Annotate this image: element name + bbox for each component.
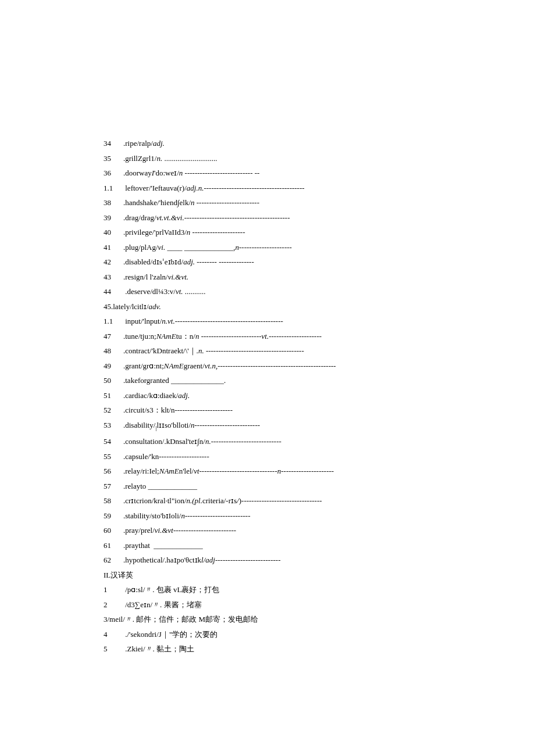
- line-number: 39: [104, 214, 123, 221]
- line-number: 1.1: [104, 317, 123, 325]
- line-number: 58: [104, 497, 123, 504]
- line-content: .hypothetical/.haɪpo'θctɪkl/adj---------…: [123, 556, 281, 564]
- line-21: 54.consultation/.kDnsal'teɪ∫n/n.--------…: [104, 438, 535, 445]
- line-content: .plug/plAg/vi. ____ _____________,n-----…: [123, 243, 292, 251]
- line-24: 57.relayto _____________: [104, 482, 535, 490]
- line-22: 55.capsule/'kn--------------------: [104, 453, 535, 460]
- line-27: 60.pray/prel/vi.&vt---------------------…: [104, 526, 535, 534]
- line-number: 40: [104, 228, 123, 236]
- line-content: .contract/'kDntraekt/\'｜.n. ------------…: [123, 347, 304, 354]
- line-28: 61.praythat _____________: [104, 542, 535, 549]
- line-content: /pɑ:sl/〃. 包裹 vL裹好；打包: [123, 586, 219, 593]
- line-number: 52: [104, 406, 123, 414]
- line-number: 44: [104, 288, 123, 295]
- line-content: input/'lnput/n.vt.----------------------…: [123, 317, 283, 325]
- line-content: .privilege/'prlVaIId3/n ----------------…: [123, 228, 245, 236]
- document-page: 34.ripe/ralp/adj.35.grillZgrl1/n. ......…: [0, 0, 535, 718]
- line-32: 2 /d3∑eɪn/〃. 果酱；堵塞: [104, 601, 535, 608]
- line-content: .tune/tju:n;NAmEtu：n/n -----------------…: [123, 332, 322, 340]
- line-content: .ripe/ralp/adj.: [123, 139, 165, 147]
- line-31: 1 /pɑ:sl/〃. 包裹 vL裹好；打包: [104, 586, 535, 593]
- line-number: 47: [104, 332, 123, 340]
- line-content: .disabled/dɪsˈeɪbɪd/adj. -------- ------…: [123, 258, 254, 266]
- line-content: .relay/ri:Iel;NAmEn'lel/vt--------------…: [123, 467, 334, 475]
- line-30: IL汉译英: [104, 571, 535, 579]
- line-10: 43.resign/l l'zaln/vi.&vt.: [104, 273, 535, 281]
- line-25: 58.crɪtcrion/kral·tl"ion/n.(pl.criteria/…: [104, 497, 535, 504]
- line-number: 55: [104, 453, 123, 460]
- line-34: 4 ./'sekondri/J｜"学的；次要的: [104, 630, 535, 638]
- line-number: 38: [104, 199, 123, 206]
- line-content: .consultation/.kDnsal'teɪ∫n/n.----------…: [123, 438, 281, 445]
- line-content: .capsule/'kn--------------------: [123, 453, 209, 460]
- line-content: .handshake/'hiend∫elk/n ----------------…: [123, 199, 259, 206]
- line-number: 56: [104, 467, 123, 475]
- line-number: 59: [104, 512, 123, 519]
- line-33: 3/meil/〃. 邮件；信件；邮政 M邮寄；发电邮给: [104, 615, 535, 623]
- line-18: 51.cardiac/kɑ:diaek/adj.: [104, 392, 535, 399]
- line-9: 42.disabled/dɪsˈeɪbɪd/adj. -------- ----…: [104, 258, 535, 266]
- line-content: ./'sekondri/J｜"学的；次要的: [123, 630, 217, 638]
- line-3: 36.doorwayI'do:weɪ/n -------------------…: [104, 169, 535, 177]
- line-number: 1.1: [104, 184, 123, 192]
- line-number: 41: [104, 243, 123, 251]
- line-26: 59.stability/sto'bɪIoli/n---------------…: [104, 512, 535, 519]
- line-1: 34.ripe/ralp/adj.: [104, 139, 535, 147]
- line-content: .pray/prel/vi.&vt-----------------------…: [123, 526, 236, 534]
- line-15: 48.contract/'kDntraekt/\'｜.n. ----------…: [104, 347, 535, 354]
- line-23: 56.relay/ri:Iel;NAmEn'lel/vt------------…: [104, 467, 535, 475]
- line-number: 57: [104, 482, 123, 490]
- line-number: 54: [104, 438, 123, 445]
- line-number: 2: [104, 601, 123, 608]
- line-number: 5: [104, 645, 123, 653]
- line-content: .deserve/dl¼3:v/vt. ...........: [123, 288, 206, 295]
- line-content: .takeforgranted ______________.: [123, 377, 226, 384]
- line-number: 35: [104, 155, 123, 162]
- line-content: .grillZgrl1/n. .........................…: [123, 155, 217, 162]
- line-19: 52.circuit/s3：klt/n---------------------…: [104, 406, 535, 414]
- line-content: .praythat _____________: [123, 542, 203, 549]
- line-content: .circuit/s3：klt/n-----------------------: [123, 406, 233, 414]
- line-12: 45.lately/lcitlɪ/adv.: [104, 303, 535, 310]
- line-13: 1.1 input/'lnput/n.vt.------------------…: [104, 317, 535, 325]
- line-number: 43: [104, 273, 123, 281]
- line-5: 38.handshake/'hiend∫elk/n --------------…: [104, 199, 535, 206]
- line-20: 53.disability/|lɪɪso'blloti/n-----------…: [104, 421, 535, 431]
- line-content: .crɪtcrion/kral·tl"ion/n.(pl.criteria/-r…: [123, 497, 322, 504]
- line-number: 51: [104, 392, 123, 399]
- line-content: leftover/'Ieftauva(r)/adj.n.------------…: [123, 184, 305, 192]
- line-number: 62: [104, 556, 123, 564]
- line-16: 49.grant/grɑ:nt;NAmEgraent/vt.n,--------…: [104, 362, 535, 370]
- line-7: 40.privilege/'prlVaIId3/n --------------…: [104, 228, 535, 236]
- line-4: 1.1 leftover/'Ieftauva(r)/adj.n.--------…: [104, 184, 535, 192]
- line-6: 39.drag/drag/vt.vt.&vi.-----------------…: [104, 214, 535, 221]
- line-number: 42: [104, 258, 123, 266]
- line-number: 49: [104, 362, 123, 370]
- line-content: IL汉译英: [104, 571, 133, 579]
- line-content: .resign/l l'zaln/vi.&vt.: [123, 273, 188, 281]
- line-14: 47.tune/tju:n;NAmEtu：n/n ---------------…: [104, 332, 535, 340]
- line-content: .cardiac/kɑ:diaek/adj.: [123, 392, 190, 399]
- line-8: 41.plug/plAg/vi. ____ _____________,n---…: [104, 243, 535, 251]
- line-content: /d3∑eɪn/〃. 果酱；堵塞: [123, 601, 202, 608]
- line-content: 45.lately/lcitlɪ/adv.: [104, 303, 161, 310]
- line-content: .Zkiei/〃. 黏土；陶土: [123, 645, 194, 653]
- line-35: 5 .Zkiei/〃. 黏土；陶土: [104, 645, 535, 653]
- line-number: 1: [104, 586, 123, 593]
- line-number: 36: [104, 169, 123, 177]
- line-number: 61: [104, 542, 123, 549]
- line-number: 48: [104, 347, 123, 354]
- line-content: .grant/grɑ:nt;NAmEgraent/vt.n,----------…: [123, 362, 336, 370]
- line-content: .doorwayI'do:weɪ/n ---------------------…: [123, 169, 259, 177]
- line-content: .relayto _____________: [123, 482, 197, 490]
- line-11: 44 .deserve/dl¼3:v/vt. ...........: [104, 288, 535, 295]
- line-17: 50.takeforgranted ______________.: [104, 377, 535, 384]
- line-number: 4: [104, 630, 123, 638]
- line-content: .drag/drag/vt.vt.&vi.-------------------…: [123, 214, 290, 221]
- line-content: .stability/sto'bɪIoli/n-----------------…: [123, 512, 251, 519]
- line-content: 3/meil/〃. 邮件；信件；邮政 M邮寄；发电邮给: [104, 615, 258, 623]
- line-number: 53: [104, 421, 123, 429]
- line-number: 50: [104, 377, 123, 384]
- line-2: 35.grillZgrl1/n. .......................…: [104, 155, 535, 162]
- line-content: .disability/|lɪɪso'blloti/n-------------…: [123, 421, 260, 431]
